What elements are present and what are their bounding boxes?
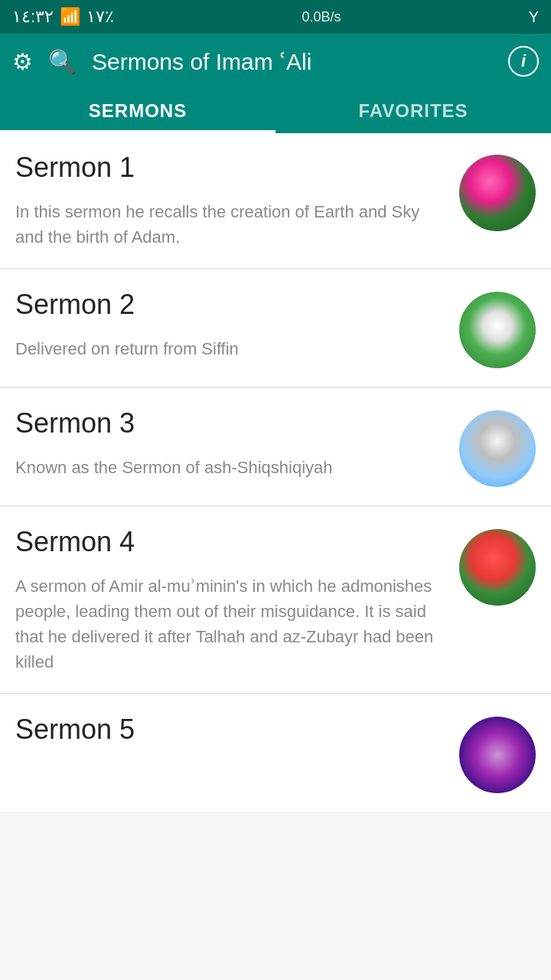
sermon-desc-2: Delivered on return from Siffin — [15, 336, 444, 361]
sermon-image-2 — [459, 292, 536, 368]
status-signal-icon: 📶 — [60, 7, 80, 27]
header: ⚙ 🔍 Sermons of Imam ʿAli i — [0, 34, 551, 89]
sermon-title-5: Sermon 5 — [15, 714, 444, 746]
status-network: 0.0B/s — [302, 9, 341, 25]
sermon-content-2: Sermon 2 Delivered on return from Siffin — [15, 289, 459, 361]
sermon-image-3 — [459, 410, 536, 487]
sermon-desc-4: A sermon of Amir al-muʾminin's in which … — [15, 573, 444, 675]
sermon-content-5: Sermon 5 — [15, 714, 459, 761]
sermon-content-4: Sermon 4 A sermon of Amir al-muʾminin's … — [15, 526, 459, 675]
header-left: ⚙ 🔍 Sermons of Imam ʿAli — [12, 48, 311, 75]
status-battery: ١٧٪ — [86, 7, 114, 27]
sermon-title-1: Sermon 1 — [15, 152, 444, 184]
sermon-image-5 — [459, 717, 536, 793]
sermon-list: Sermon 1 In this sermon he recalls the c… — [0, 133, 551, 812]
status-avatar: Y — [529, 8, 539, 26]
sermon-content-3: Sermon 3 Known as the Sermon of ash-Shiq… — [15, 407, 459, 480]
sermon-title-2: Sermon 2 — [15, 289, 444, 321]
sermon-image-1 — [459, 155, 536, 231]
sermon-title-4: Sermon 4 — [15, 526, 444, 558]
status-time: ١٤:٣٢ — [12, 7, 54, 27]
sermon-item-4[interactable]: Sermon 4 A sermon of Amir al-muʾminin's … — [0, 508, 551, 694]
sermon-image-4 — [459, 529, 536, 606]
info-button[interactable]: i — [508, 46, 539, 77]
settings-icon[interactable]: ⚙ — [12, 48, 33, 75]
sermon-title-3: Sermon 3 — [15, 407, 444, 439]
sermon-desc-1: In this sermon he recalls the creation o… — [15, 199, 444, 250]
tab-favorites[interactable]: FAVORITES — [276, 89, 551, 133]
tabs: SERMONS FAVORITES — [0, 89, 551, 133]
sermon-desc-3: Known as the Sermon of ash-Shiqshiqiyah — [15, 455, 444, 480]
sermon-item-2[interactable]: Sermon 2 Delivered on return from Siffin — [0, 270, 551, 387]
search-icon[interactable]: 🔍 — [48, 48, 77, 75]
status-left: ١٤:٣٢ 📶 ١٧٪ — [12, 7, 114, 27]
header-title: Sermons of Imam ʿAli — [92, 48, 311, 75]
sermon-item-1[interactable]: Sermon 1 In this sermon he recalls the c… — [0, 133, 551, 269]
sermon-item-5[interactable]: Sermon 5 — [0, 695, 551, 812]
status-bar: ١٤:٣٢ 📶 ١٧٪ 0.0B/s Y — [0, 0, 551, 34]
tab-sermons[interactable]: SERMONS — [0, 89, 276, 133]
sermon-item-3[interactable]: Sermon 3 Known as the Sermon of ash-Shiq… — [0, 389, 551, 506]
status-right: Y — [529, 8, 539, 26]
sermon-content-1: Sermon 1 In this sermon he recalls the c… — [15, 152, 459, 250]
